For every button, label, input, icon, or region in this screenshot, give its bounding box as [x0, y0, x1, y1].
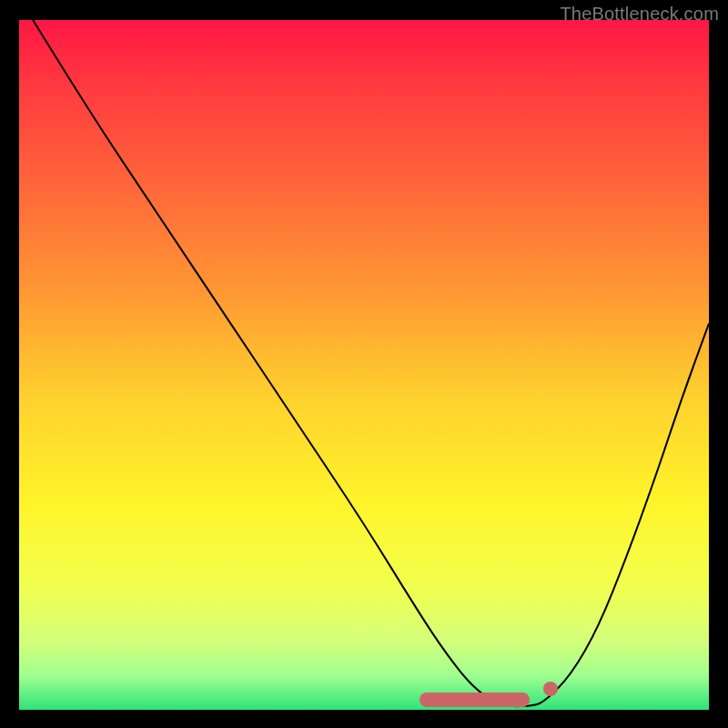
bottleneck-curve [19, 20, 709, 710]
watermark-text: TheBottleneck.com [560, 4, 719, 25]
chart-area [19, 20, 709, 710]
optimal-range-marker [420, 693, 530, 707]
optimal-point-marker [543, 682, 558, 696]
